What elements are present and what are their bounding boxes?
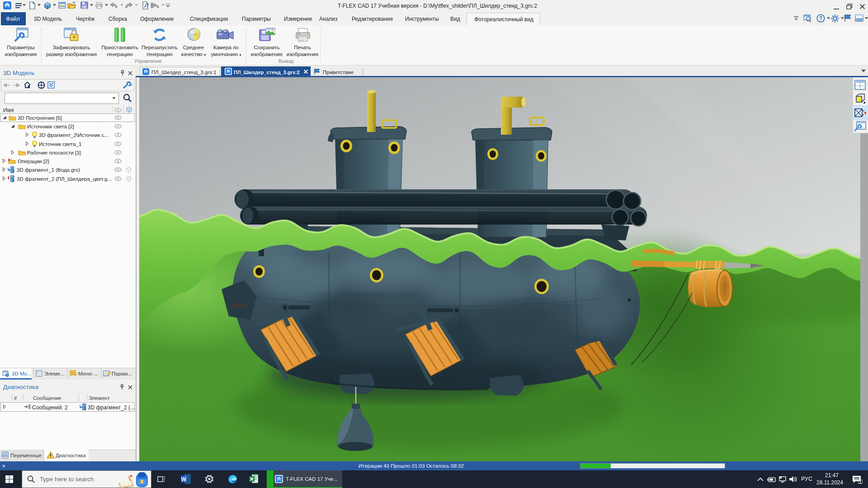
svg-text:W: W <box>181 476 187 483</box>
svg-text:?: ? <box>819 15 822 22</box>
svg-text:1: 1 <box>859 480 861 484</box>
